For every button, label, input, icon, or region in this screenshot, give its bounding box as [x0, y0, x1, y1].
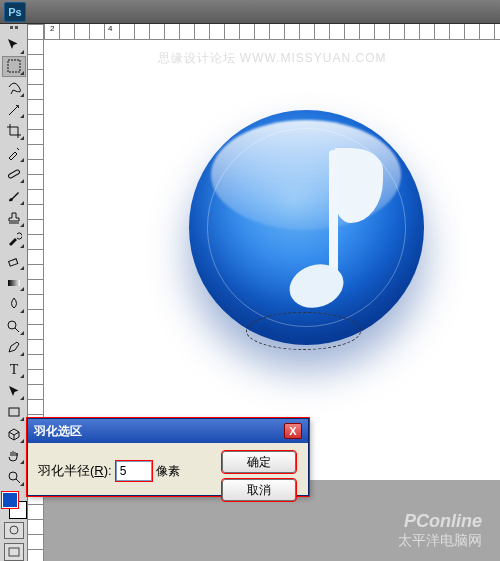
- path-select-tool[interactable]: [2, 380, 26, 402]
- ruler-mark: 2: [50, 24, 54, 33]
- svg-rect-3: [8, 259, 17, 266]
- watermark-footer-line1: PConline: [398, 511, 482, 533]
- toolbox: T: [0, 24, 28, 561]
- 3d-tool[interactable]: [2, 423, 26, 445]
- cancel-button[interactable]: 取消: [222, 479, 296, 501]
- svg-point-5: [8, 321, 16, 329]
- stamp-tool[interactable]: [2, 207, 26, 229]
- pen-tool[interactable]: [2, 337, 26, 359]
- close-button[interactable]: X: [284, 423, 302, 439]
- move-tool[interactable]: [2, 34, 26, 56]
- svg-rect-0: [8, 60, 20, 72]
- crop-tool[interactable]: [2, 120, 26, 142]
- brush-tool[interactable]: [2, 185, 26, 207]
- healing-brush-tool[interactable]: [2, 164, 26, 186]
- svg-point-9: [10, 526, 18, 534]
- marquee-tool[interactable]: [2, 56, 26, 78]
- foreground-color[interactable]: [2, 492, 18, 508]
- history-brush-tool[interactable]: [2, 229, 26, 251]
- watermark-footer-line2: 太平洋电脑网: [398, 532, 482, 549]
- ruler-horizontal[interactable]: 2 4: [44, 24, 500, 40]
- app-logo: Ps: [4, 2, 26, 22]
- svg-rect-4: [8, 280, 20, 286]
- svg-point-8: [9, 472, 17, 480]
- type-tool[interactable]: T: [2, 358, 26, 380]
- watermark-top: 思缘设计论坛 WWW.MISSYUAN.COM: [44, 50, 500, 67]
- screen-mode-button[interactable]: [4, 543, 24, 561]
- lasso-tool[interactable]: [2, 77, 26, 99]
- glossy-sphere: [189, 110, 424, 345]
- orb-artwork: [189, 110, 424, 345]
- music-note-stem: [329, 150, 338, 280]
- magic-wand-tool[interactable]: [2, 99, 26, 121]
- dialog-title-text: 羽化选区: [34, 423, 82, 440]
- feather-radius-input[interactable]: [116, 461, 152, 481]
- dialog-titlebar[interactable]: 羽化选区 X: [28, 419, 308, 443]
- quick-mask-button[interactable]: [4, 522, 24, 540]
- dodge-tool[interactable]: [2, 315, 26, 337]
- svg-rect-7: [9, 408, 19, 416]
- gradient-tool[interactable]: [2, 272, 26, 294]
- color-swatches[interactable]: [2, 492, 26, 518]
- toolbox-grip[interactable]: [2, 26, 26, 32]
- marching-ants-selection[interactable]: [246, 312, 361, 350]
- radius-label: 羽化半径(R):: [38, 462, 112, 480]
- zoom-tool[interactable]: [2, 466, 26, 488]
- eraser-tool[interactable]: [2, 250, 26, 272]
- svg-rect-2: [7, 170, 19, 179]
- svg-rect-10: [9, 548, 19, 556]
- svg-point-1: [17, 105, 19, 107]
- watermark-footer: PConline 太平洋电脑网: [398, 511, 482, 549]
- menu-bar: Ps: [0, 0, 500, 24]
- hand-tool[interactable]: [2, 445, 26, 467]
- ruler-mark: 4: [108, 24, 112, 33]
- feather-dialog: 羽化选区 X 羽化半径(R): 像素 确定 取消: [27, 418, 309, 496]
- ok-button[interactable]: 确定: [222, 451, 296, 473]
- eyedropper-tool[interactable]: [2, 142, 26, 164]
- svg-text:T: T: [9, 362, 18, 377]
- rectangle-tool[interactable]: [2, 402, 26, 424]
- unit-label: 像素: [156, 463, 180, 480]
- blur-tool[interactable]: [2, 293, 26, 315]
- canvas[interactable]: 思缘设计论坛 WWW.MISSYUAN.COM: [44, 40, 500, 480]
